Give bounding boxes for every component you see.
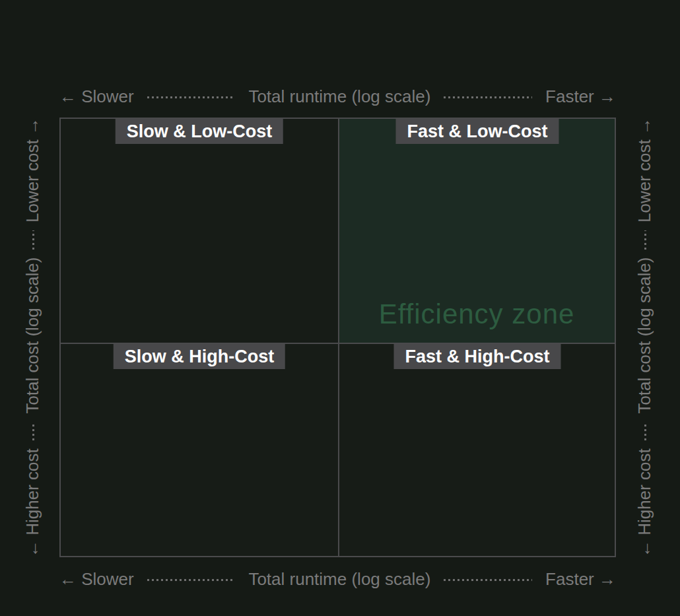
y-axis-right-title: Total cost (log scale) bbox=[634, 257, 655, 414]
efficiency-zone-region: Efficiency zone bbox=[339, 119, 615, 343]
dotted-divider bbox=[644, 422, 646, 441]
y-axis-right-higher-cost-label: ← Higher cost bbox=[634, 448, 655, 557]
dotted-divider bbox=[444, 96, 532, 98]
x-axis-bottom-title: Total runtime (log scale) bbox=[248, 569, 430, 590]
dotted-divider bbox=[147, 96, 236, 98]
quadrant-label-fast-high-cost: Fast & High-Cost bbox=[394, 344, 561, 369]
dotted-divider bbox=[32, 422, 34, 441]
dotted-divider bbox=[32, 230, 34, 250]
y-axis-right-lower-cost-label: Lower cost → bbox=[634, 118, 655, 222]
efficiency-zone-label: Efficiency zone bbox=[339, 298, 615, 330]
plot-area: Efficiency zone Slow & Low-Cost Fast & L… bbox=[59, 118, 616, 557]
dotted-divider bbox=[644, 230, 646, 250]
dotted-divider bbox=[444, 579, 532, 581]
y-axis-right: ← Higher cost Total cost (log scale) Low… bbox=[634, 118, 655, 557]
y-axis-left-lower-cost-label: Lower cost → bbox=[22, 118, 43, 222]
x-axis-top-title: Total runtime (log scale) bbox=[248, 86, 430, 107]
dotted-divider bbox=[147, 579, 236, 581]
y-axis-left: ← Higher cost Total cost (log scale) Low… bbox=[22, 118, 43, 557]
vertical-midline bbox=[338, 119, 339, 556]
x-axis-bottom: ← Slower Total runtime (log scale) Faste… bbox=[59, 568, 616, 590]
x-axis-bottom-slower-label: ← Slower bbox=[59, 569, 134, 590]
quadrant-chart-page: ← Slower Total runtime (log scale) Faste… bbox=[0, 0, 680, 616]
quadrant-label-slow-low-cost: Slow & Low-Cost bbox=[116, 119, 283, 144]
x-axis-top-faster-label: Faster → bbox=[545, 86, 616, 107]
x-axis-top: ← Slower Total runtime (log scale) Faste… bbox=[59, 86, 616, 107]
x-axis-bottom-faster-label: Faster → bbox=[545, 569, 616, 590]
y-axis-left-higher-cost-label: ← Higher cost bbox=[22, 448, 43, 557]
quadrant-label-fast-low-cost: Fast & Low-Cost bbox=[396, 119, 559, 144]
x-axis-top-slower-label: ← Slower bbox=[59, 86, 134, 107]
quadrant-label-slow-high-cost: Slow & High-Cost bbox=[114, 344, 285, 369]
y-axis-left-title: Total cost (log scale) bbox=[22, 257, 43, 414]
